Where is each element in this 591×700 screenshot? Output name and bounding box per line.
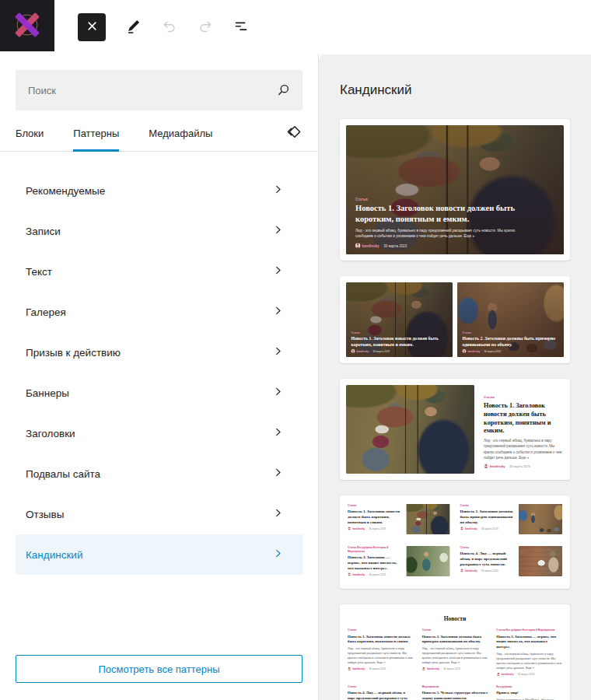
tab-openverse[interactable] (285, 115, 302, 151)
tab-blocks[interactable]: Блоки (16, 115, 44, 151)
undo-button[interactable] (154, 12, 185, 43)
sidebar-item-testimonials[interactable]: Отзывы (16, 494, 302, 534)
author-avatar (460, 569, 464, 573)
post-title: Новость 4. Лид — первый абзац, в паре пр… (460, 551, 515, 566)
sidebar-item-banners[interactable]: Баннеры (16, 373, 302, 413)
chevron-right-icon (272, 507, 284, 521)
news-item: Статья Новость 1. Заголовок новости долж… (348, 628, 414, 676)
category-label: Текст (26, 266, 52, 278)
post-byline: kandinsky 30 марта 2023 (460, 569, 515, 573)
post-title: Новость 5. Четкая структура облегчает за… (422, 691, 488, 700)
news-item: Статья Новость 4. Лид — первый абзац, в … (348, 684, 414, 700)
post-lead: Лид - это первый абзац, буквально в пару… (355, 227, 533, 240)
elderly-couple-photo: Статья Новость 1. Заголовок новости долж… (346, 282, 453, 357)
pencil-icon (125, 18, 142, 37)
post-byline: kandinsky 30 марта 2023 (348, 572, 402, 576)
post-category: Статья Без рубрики Категория 4 Мероприят… (348, 545, 402, 553)
editor-toolbar (54, 0, 257, 54)
category-label: Отзывы (26, 509, 64, 520)
post-lead: Лид - это первый абзац, буквально в пару… (348, 646, 414, 665)
post-date: 30 марта 2023 (479, 569, 498, 572)
sidebar-item-call-to-action[interactable]: Призыв к действию (16, 332, 302, 373)
post-title: Новость 2. Заголовки должны быть примерн… (460, 509, 515, 524)
post-title: Новость 1. Заголовок новости должен быть… (348, 634, 414, 644)
post-title: Новость 2. Заголовки должны быть примерн… (463, 336, 561, 348)
author-avatar (348, 667, 351, 671)
post-category: Статья (348, 628, 414, 632)
edit-mode-button[interactable] (118, 12, 149, 43)
sidebar-item-headers[interactable]: Заголовки (16, 413, 302, 453)
block-editor-window: Блоки Паттерны Медиафайлы Рекомендуемые … (0, 0, 591, 700)
sidebar-item-recommended[interactable]: Рекомендуемые (16, 170, 302, 211)
post-date: 30 марта 2023 (516, 673, 535, 676)
sidebar-item-footers[interactable]: Подвалы сайта (16, 453, 302, 494)
pattern-card-two-heroes[interactable]: Статья Новость 1. Заголовок новости долж… (340, 276, 570, 363)
site-logo-button[interactable] (0, 0, 54, 51)
author-avatar (496, 673, 500, 677)
kandinsky-logo-icon (7, 5, 47, 47)
news-item: Мероприятия Новость 5. Четкая структура … (422, 684, 488, 700)
author-name: kandinsky (427, 668, 439, 671)
post-date: 30 марта 2023 (366, 573, 386, 576)
author-name: kandinsky (490, 464, 505, 468)
search-input[interactable] (16, 70, 302, 110)
post-date: 30 марта 2023 (479, 527, 498, 530)
author-name: kandinsky (465, 569, 477, 572)
post-title: Привет, мир! (496, 691, 562, 696)
sidebar-item-posts[interactable]: Записи (16, 211, 302, 251)
post-category: Статья (460, 545, 515, 549)
tab-patterns[interactable]: Паттерны (73, 115, 119, 151)
post-lead: Лид - это первый абзац, буквально в пару… (484, 438, 563, 460)
tab-media[interactable]: Медиафайлы (149, 115, 212, 151)
view-all-patterns-button[interactable]: Посмотреть все паттерны (16, 655, 302, 683)
post-category: Статья (348, 684, 414, 688)
sidebar-item-gallery[interactable]: Галерея (16, 292, 302, 332)
post-category: Без рубрики (496, 684, 562, 688)
category-label: Подвалы сайта (26, 468, 100, 480)
category-label: Призыв к действию (26, 347, 121, 359)
author-name: kandinsky (468, 350, 481, 353)
elderly-couple-photo (407, 504, 450, 534)
author-avatar (460, 527, 464, 531)
office-presentation-photo: Статья Новость 2. Заголовки должны быть … (457, 282, 564, 357)
sidebar-item-kandinsky[interactable]: Кандинский (16, 534, 302, 575)
post-date: 30 марта 2023 (507, 464, 530, 468)
person-with-plant-photo (407, 546, 450, 576)
chevron-right-icon (272, 305, 284, 319)
post-title: Новость 4. Лид — первый абзац, в паре пр… (348, 691, 414, 700)
post-byline: kandinsky 30 марта 2023 (484, 464, 563, 469)
post-title: Новость 1. Заголовок новости должен быть… (348, 509, 402, 524)
author-avatar (484, 464, 488, 469)
pattern-category-list: Рекомендуемые Записи Текст Галерея Призы… (0, 170, 318, 655)
news-item: Статья Новость 2. Заголовки должны быть … (460, 503, 563, 539)
post-title: Новость 1. Заголовок новости должен быть… (351, 336, 449, 348)
post-lead: Лид - это первый абзац, буквально в пару… (496, 652, 562, 670)
post-byline: kandinsky 30 марта 2023 (460, 527, 515, 531)
pattern-card-media-text[interactable]: Статья Новость 1. Заголовок новости долж… (340, 379, 570, 480)
elderly-couple-photo: Статья Новость 1. Заголовок новости долж… (346, 125, 564, 254)
office-presentation-photo (519, 504, 562, 534)
sidebar-item-text[interactable]: Текст (16, 251, 302, 292)
post-date: 30 марта 2023 (381, 244, 407, 248)
post-byline: kandinsky 30 марта 2023 (348, 667, 414, 671)
post-byline: kandinsky 30 марта 2023 (422, 667, 488, 671)
post-title: Новость 2. Заголовки должны быть примерн… (422, 634, 488, 644)
pattern-card-news-grid-text[interactable]: Новости Статья Новость 1. Заголовок ново… (340, 604, 570, 700)
author-name: kandinsky (353, 668, 365, 671)
news-item: Статья Новость 2. Заголовки должны быть … (422, 628, 488, 676)
post-category: Статья (463, 331, 561, 334)
close-inserter-button[interactable] (78, 13, 106, 41)
redo-icon (197, 18, 214, 37)
pattern-card-hero-large[interactable]: Статья Новость 1. Заголовок новости долж… (340, 119, 570, 261)
post-category: Статья (422, 628, 488, 632)
list-view-button[interactable] (226, 12, 257, 43)
post-category: Статья (348, 503, 402, 507)
post-category: Статья Без рубрики Категория 4 Мероприят… (496, 628, 562, 632)
chevron-right-icon (272, 548, 284, 562)
redo-button[interactable] (190, 12, 221, 43)
pattern-card-news-grid-images[interactable]: Статья Новость 1. Заголовок новости долж… (340, 495, 570, 589)
post-title: Новость 1. Заголовок новости должен быть… (484, 401, 563, 435)
undo-icon (161, 18, 178, 37)
post-date: 30 марта 2023 (366, 527, 386, 530)
news-item: Без рубрики Привет, мир! Добро пожаловат… (496, 684, 562, 700)
